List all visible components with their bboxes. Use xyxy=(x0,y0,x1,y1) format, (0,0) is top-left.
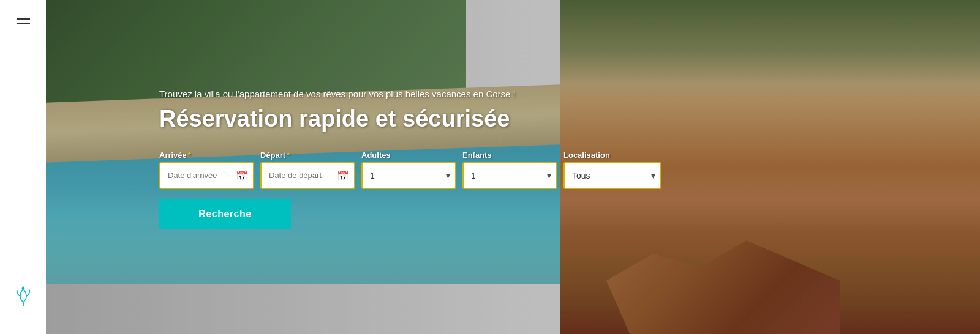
form-fields-row: Arrivée* 📅 Départ* 📅 xyxy=(159,150,686,189)
hero-section: Trouvez la villa ou l'appartement de vos… xyxy=(46,0,980,334)
search-form: Arrivée* 📅 Départ* 📅 xyxy=(159,150,686,229)
arrival-label: Arrivée* xyxy=(159,150,254,160)
svg-point-1 xyxy=(22,288,24,289)
adults-select[interactable]: 1 2 3 4 5 6 xyxy=(361,162,456,189)
location-field-group: Localisation Tous Ajaccio Bastia Bonifac… xyxy=(564,150,662,189)
adults-label: Adultes xyxy=(361,150,456,160)
sidebar xyxy=(0,0,46,334)
departure-input[interactable] xyxy=(260,162,355,189)
children-select-wrap: 1 0 2 3 xyxy=(462,162,557,189)
search-button-row: Recherche xyxy=(159,199,686,229)
arrival-input-wrap: 📅 xyxy=(159,162,254,189)
location-label: Localisation xyxy=(564,150,662,160)
sidebar-logo xyxy=(12,284,35,310)
adults-select-wrap: 1 2 3 4 5 6 xyxy=(361,162,456,189)
logo-icon xyxy=(12,284,35,307)
departure-input-wrap: 📅 xyxy=(260,162,355,189)
arrival-input[interactable] xyxy=(159,162,254,189)
search-button[interactable]: Recherche xyxy=(159,199,291,229)
children-select[interactable]: 1 0 2 3 xyxy=(462,162,557,189)
arrival-field-group: Arrivée* 📅 xyxy=(159,150,254,189)
hero-content: Trouvez la villa ou l'appartement de vos… xyxy=(159,89,686,229)
location-select[interactable]: Tous Ajaccio Bastia Bonifacio Calvi Port… xyxy=(564,162,662,189)
departure-label: Départ* xyxy=(260,150,355,160)
adults-field-group: Adultes 1 2 3 4 5 6 xyxy=(361,150,456,189)
hero-subtitle: Trouvez la villa ou l'appartement de vos… xyxy=(159,89,686,99)
children-field-group: Enfants 1 0 2 3 xyxy=(462,150,557,189)
children-label: Enfants xyxy=(462,150,557,160)
departure-field-group: Départ* 📅 xyxy=(260,150,355,189)
hero-title: Réservation rapide et sécurisée xyxy=(159,105,686,133)
location-select-wrap: Tous Ajaccio Bastia Bonifacio Calvi Port… xyxy=(564,162,662,189)
menu-icon[interactable] xyxy=(17,18,30,24)
